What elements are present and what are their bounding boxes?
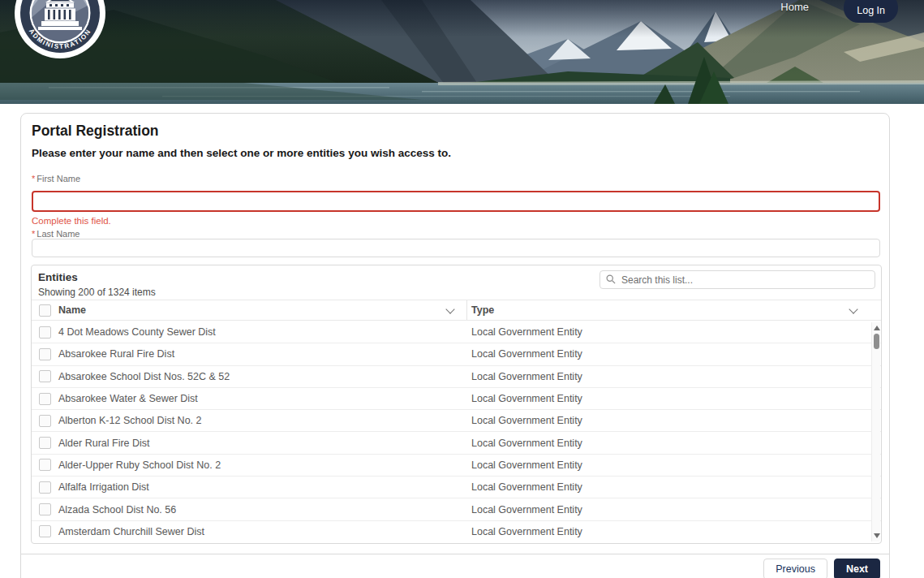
row-checkbox[interactable] <box>39 415 51 427</box>
entity-type: Local Government Entity <box>466 415 881 426</box>
entities-table-body: 4 Dot Meadows County Sewer Dist Local Go… <box>32 321 881 542</box>
entity-type: Local Government Entity <box>466 393 881 404</box>
table-row[interactable]: Alberton K-12 School Dist No. 2 Local Go… <box>32 410 881 432</box>
row-checkbox[interactable] <box>39 503 51 515</box>
entity-name: Alder Rural Fire Dist <box>58 438 150 449</box>
row-checkbox[interactable] <box>39 459 51 471</box>
entities-count: Showing 200 of 1324 items <box>38 287 156 298</box>
page-title: Portal Registration <box>32 123 159 140</box>
nav-home-link[interactable]: Home <box>780 1 809 13</box>
registration-card: Portal Registration Please enter your na… <box>20 113 890 578</box>
required-asterisk: * <box>32 174 35 183</box>
scrollbar-thumb[interactable] <box>874 334 879 349</box>
top-nav: Home Log In <box>0 0 924 37</box>
required-asterisk: * <box>32 229 35 239</box>
table-row[interactable]: Alder Rural Fire Dist Local Government E… <box>32 432 881 454</box>
table-row[interactable]: Alder-Upper Ruby School Dist No. 2 Local… <box>32 455 881 477</box>
select-all-checkbox[interactable] <box>39 304 51 317</box>
entity-name: Absarokee School Dist Nos. 52C & 52 <box>58 371 230 382</box>
entity-name: Alberton K-12 School Dist No. 2 <box>58 415 201 426</box>
entity-name: Absarokee Rural Fire Dist <box>58 348 174 360</box>
first-name-label: *First Name <box>32 174 80 183</box>
row-checkbox[interactable] <box>39 481 51 494</box>
entity-name: Amsterdam Churchill Sewer Dist <box>58 526 204 537</box>
scroll-down-arrow-icon[interactable] <box>874 533 880 538</box>
entity-type: Local Government Entity <box>466 371 881 382</box>
row-checkbox[interactable] <box>39 370 51 382</box>
next-button[interactable]: Next <box>834 559 880 578</box>
type-sort-button[interactable] <box>847 305 860 316</box>
entity-name: Alder-Upper Ruby School Dist No. 2 <box>58 459 221 471</box>
entity-name: Alzada School Dist No. 56 <box>58 504 176 515</box>
table-header-row: Name Type <box>32 300 881 321</box>
login-button[interactable]: Log In <box>844 0 898 23</box>
entity-type: Local Government Entity <box>466 326 881 338</box>
table-row[interactable]: Alfalfa Irrigation Dist Local Government… <box>32 477 881 498</box>
entity-type: Local Government Entity <box>466 526 881 537</box>
administration-seal-logo: ADMINISTRATION <box>11 0 109 62</box>
last-name-label: *Last Name <box>32 229 80 239</box>
footer-actions: Previous Next <box>763 559 880 578</box>
table-row[interactable]: Amsterdam Churchill Sewer Dist Local Gov… <box>32 521 881 542</box>
last-name-input[interactable] <box>32 239 880 257</box>
row-checkbox[interactable] <box>39 348 51 360</box>
entity-name: Absarokee Water & Sewer Dist <box>58 393 198 404</box>
previous-button[interactable]: Previous <box>763 559 827 578</box>
entity-type: Local Government Entity <box>466 438 881 449</box>
entity-type: Local Government Entity <box>466 504 881 515</box>
entity-name: Alfalfa Irrigation Dist <box>58 481 149 493</box>
entity-type: Local Government Entity <box>466 348 881 360</box>
entity-type: Local Government Entity <box>466 481 881 493</box>
column-header-name: Name <box>58 304 86 316</box>
row-checkbox[interactable] <box>39 437 51 449</box>
row-checkbox[interactable] <box>39 393 51 405</box>
entities-title: Entities <box>38 271 78 283</box>
row-checkbox[interactable] <box>39 525 51 537</box>
column-header-type: Type <box>471 304 494 316</box>
chevron-down-icon <box>445 304 454 313</box>
table-row[interactable]: Absarokee Rural Fire Dist Local Governme… <box>32 343 881 365</box>
first-name-input[interactable] <box>32 191 880 212</box>
table-row[interactable]: Alzada School Dist No. 56 Local Governme… <box>32 498 881 520</box>
table-scrollbar[interactable] <box>871 322 880 541</box>
name-sort-button[interactable] <box>444 305 457 316</box>
entity-name: 4 Dot Meadows County Sewer Dist <box>58 326 216 338</box>
chevron-down-icon <box>849 304 857 313</box>
first-name-error: Complete this field. <box>32 216 111 226</box>
table-row[interactable]: Absarokee Water & Sewer Dist Local Gover… <box>32 388 881 410</box>
scroll-up-arrow-icon[interactable] <box>874 326 880 330</box>
footer-divider <box>21 554 889 554</box>
row-checkbox[interactable] <box>39 326 51 339</box>
instructions-text: Please enter your name and then select o… <box>32 147 451 159</box>
entity-type: Local Government Entity <box>466 459 881 471</box>
table-row[interactable]: 4 Dot Meadows County Sewer Dist Local Go… <box>32 321 881 343</box>
entities-search-input[interactable] <box>600 270 875 289</box>
table-row[interactable]: Absarokee School Dist Nos. 52C & 52 Loca… <box>32 366 881 388</box>
entities-panel: Entities Showing 200 of 1324 items Name … <box>31 265 882 544</box>
